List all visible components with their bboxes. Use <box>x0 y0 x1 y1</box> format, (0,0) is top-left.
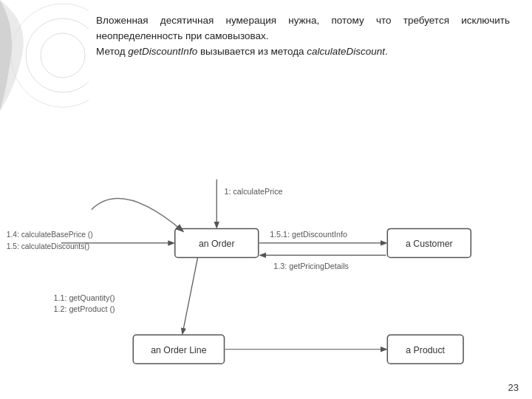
label-calculate-price: 1: calculatePrice <box>225 187 283 196</box>
text-line2: Метод <box>96 46 128 57</box>
svg-point-1 <box>11 4 89 107</box>
arrow-to-order-line <box>183 257 198 333</box>
text-middle: вызывается из метода <box>197 46 307 57</box>
a-customer-label: a Customer <box>406 239 453 249</box>
label-calculate-base-price: 1.4: calculateBasePrice () <box>7 231 93 239</box>
an-order-line-label: an Order Line <box>151 345 206 355</box>
text-content: Вложенная десятичная нумерация нужна, по… <box>96 15 510 41</box>
arrow-swoop <box>92 199 183 231</box>
italic-method2: calculateDiscount <box>307 46 385 57</box>
label-get-pricing-details: 1.3: getPricingDetails <box>273 262 349 270</box>
uml-diagram: an Order a Customer an Order Line a Prod… <box>0 103 532 384</box>
an-order-label: an Order <box>199 239 235 249</box>
label-calculate-discounts: 1.5: calculateDiscounts() <box>7 242 89 250</box>
italic-method1: getDiscountInfo <box>128 46 197 57</box>
label-get-product: 1.2: getProduct () <box>53 304 115 313</box>
text-end: . <box>385 46 388 57</box>
svg-point-3 <box>41 33 85 78</box>
page-number: 23 <box>508 382 519 393</box>
svg-point-2 <box>26 18 89 92</box>
label-get-quantity: 1.1: getQuantity() <box>53 293 115 302</box>
label-get-discount-info: 1.5.1: getDiscountInfo <box>270 230 347 239</box>
decorative-corner <box>0 0 89 111</box>
a-product-label: a Product <box>406 345 445 355</box>
text-block: Вложенная десятичная нумерация нужна, по… <box>96 13 510 60</box>
